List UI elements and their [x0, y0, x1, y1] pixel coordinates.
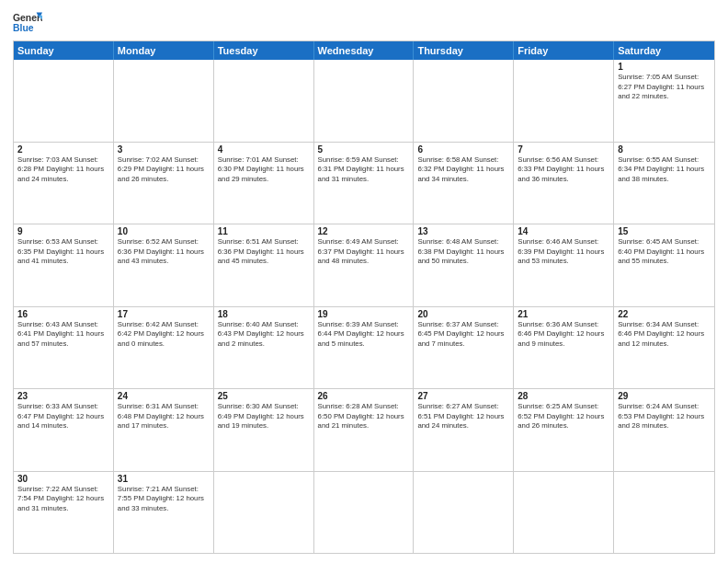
calendar-day-2: 2Sunrise: 7:03 AM Sunset: 6:28 PM Daylig… — [14, 143, 114, 224]
day-number: 22 — [618, 309, 711, 319]
calendar-day-11: 11Sunrise: 6:51 AM Sunset: 6:36 PM Dayli… — [214, 224, 314, 306]
day-info: Sunrise: 6:39 AM Sunset: 6:44 PM Dayligh… — [318, 320, 410, 350]
day-number: 7 — [518, 144, 609, 155]
calendar-week-2: 2Sunrise: 7:03 AM Sunset: 6:28 PM Daylig… — [14, 142, 714, 224]
day-number: 27 — [417, 391, 509, 401]
day-number: 15 — [618, 226, 711, 236]
svg-text:Blue: Blue — [13, 23, 34, 33]
day-number: 21 — [518, 309, 609, 319]
calendar-empty-cell — [414, 60, 514, 142]
calendar-day-5: 5Sunrise: 6:59 AM Sunset: 6:31 PM Daylig… — [314, 143, 415, 224]
day-info: Sunrise: 7:05 AM Sunset: 6:27 PM Dayligh… — [618, 73, 711, 102]
calendar-week-1: 1Sunrise: 7:05 AM Sunset: 6:27 PM Daylig… — [14, 60, 714, 142]
day-header-friday: Friday — [514, 41, 614, 60]
day-number: 1 — [618, 62, 711, 72]
calendar-empty-cell — [314, 60, 415, 142]
day-number: 25 — [218, 391, 310, 401]
calendar-header: SundayMondayTuesdayWednesdayThursdayFrid… — [14, 41, 714, 60]
day-number: 3 — [118, 144, 210, 155]
day-number: 10 — [118, 226, 210, 236]
calendar: SundayMondayTuesdayWednesdayThursdayFrid… — [13, 40, 715, 554]
header: General Blue — [13, 9, 715, 35]
day-info: Sunrise: 6:34 AM Sunset: 6:46 PM Dayligh… — [618, 320, 711, 350]
logo-icon: General Blue — [13, 9, 42, 35]
day-number: 11 — [218, 226, 310, 236]
day-number: 12 — [318, 226, 410, 236]
day-info: Sunrise: 6:45 AM Sunset: 6:40 PM Dayligh… — [618, 237, 711, 267]
day-info: Sunrise: 7:01 AM Sunset: 6:30 PM Dayligh… — [218, 155, 310, 185]
day-info: Sunrise: 6:56 AM Sunset: 6:33 PM Dayligh… — [518, 155, 609, 185]
day-info: Sunrise: 7:21 AM Sunset: 7:55 PM Dayligh… — [118, 485, 210, 514]
calendar-day-23: 23Sunrise: 6:33 AM Sunset: 6:47 PM Dayli… — [14, 389, 114, 471]
calendar-day-14: 14Sunrise: 6:46 AM Sunset: 6:39 PM Dayli… — [514, 224, 614, 306]
calendar-day-3: 3Sunrise: 7:02 AM Sunset: 6:29 PM Daylig… — [114, 143, 214, 224]
day-number: 9 — [17, 226, 109, 236]
day-number: 2 — [17, 144, 109, 155]
calendar-week-6: 30Sunrise: 7:22 AM Sunset: 7:54 PM Dayli… — [14, 471, 714, 554]
calendar-week-5: 23Sunrise: 6:33 AM Sunset: 6:47 PM Dayli… — [14, 388, 714, 471]
calendar-day-19: 19Sunrise: 6:39 AM Sunset: 6:44 PM Dayli… — [314, 307, 415, 389]
calendar-day-8: 8Sunrise: 6:55 AM Sunset: 6:34 PM Daylig… — [614, 143, 714, 224]
day-info: Sunrise: 6:40 AM Sunset: 6:43 PM Dayligh… — [218, 320, 310, 350]
day-info: Sunrise: 6:33 AM Sunset: 6:47 PM Dayligh… — [17, 402, 109, 431]
calendar-day-7: 7Sunrise: 6:56 AM Sunset: 6:33 PM Daylig… — [514, 143, 614, 224]
day-info: Sunrise: 6:30 AM Sunset: 6:49 PM Dayligh… — [218, 402, 310, 431]
day-header-tuesday: Tuesday — [214, 41, 314, 60]
calendar-day-20: 20Sunrise: 6:37 AM Sunset: 6:45 PM Dayli… — [414, 307, 514, 389]
day-number: 4 — [218, 144, 310, 155]
calendar-day-21: 21Sunrise: 6:36 AM Sunset: 6:46 PM Dayli… — [514, 307, 614, 389]
day-info: Sunrise: 6:43 AM Sunset: 6:41 PM Dayligh… — [17, 320, 109, 350]
calendar-empty-cell — [214, 472, 314, 554]
day-number: 28 — [518, 391, 609, 401]
day-number: 8 — [618, 144, 711, 155]
calendar-day-4: 4Sunrise: 7:01 AM Sunset: 6:30 PM Daylig… — [214, 143, 314, 224]
day-info: Sunrise: 7:22 AM Sunset: 7:54 PM Dayligh… — [17, 485, 109, 514]
day-number: 6 — [417, 144, 509, 155]
day-number: 14 — [518, 226, 609, 236]
day-number: 5 — [318, 144, 410, 155]
day-number: 20 — [417, 309, 509, 319]
calendar-week-3: 9Sunrise: 6:53 AM Sunset: 6:35 PM Daylig… — [14, 224, 714, 306]
calendar-day-27: 27Sunrise: 6:27 AM Sunset: 6:51 PM Dayli… — [414, 389, 514, 471]
day-info: Sunrise: 6:25 AM Sunset: 6:52 PM Dayligh… — [518, 402, 609, 431]
day-info: Sunrise: 6:59 AM Sunset: 6:31 PM Dayligh… — [318, 155, 410, 185]
calendar-week-4: 16Sunrise: 6:43 AM Sunset: 6:41 PM Dayli… — [14, 306, 714, 389]
day-number: 16 — [17, 309, 109, 319]
calendar-day-10: 10Sunrise: 6:52 AM Sunset: 6:36 PM Dayli… — [114, 224, 214, 306]
day-number: 23 — [17, 391, 109, 401]
day-number: 31 — [118, 474, 210, 484]
calendar-empty-cell — [514, 472, 614, 554]
day-info: Sunrise: 6:36 AM Sunset: 6:46 PM Dayligh… — [518, 320, 609, 350]
day-number: 30 — [17, 474, 109, 484]
day-number: 19 — [318, 309, 410, 319]
calendar-day-1: 1Sunrise: 7:05 AM Sunset: 6:27 PM Daylig… — [614, 60, 714, 142]
day-number: 13 — [417, 226, 509, 236]
day-info: Sunrise: 6:49 AM Sunset: 6:37 PM Dayligh… — [318, 237, 410, 267]
day-info: Sunrise: 6:42 AM Sunset: 6:42 PM Dayligh… — [118, 320, 210, 350]
calendar-day-31: 31Sunrise: 7:21 AM Sunset: 7:55 PM Dayli… — [114, 472, 214, 554]
day-info: Sunrise: 6:31 AM Sunset: 6:48 PM Dayligh… — [118, 402, 210, 431]
calendar-empty-cell — [14, 60, 114, 142]
day-number: 18 — [218, 309, 310, 319]
page: General Blue SundayMondayTuesdayWednesda… — [0, 0, 728, 563]
day-header-monday: Monday — [114, 41, 214, 60]
calendar-day-22: 22Sunrise: 6:34 AM Sunset: 6:46 PM Dayli… — [614, 307, 714, 389]
calendar-day-12: 12Sunrise: 6:49 AM Sunset: 6:37 PM Dayli… — [314, 224, 415, 306]
day-info: Sunrise: 6:52 AM Sunset: 6:36 PM Dayligh… — [118, 237, 210, 267]
calendar-empty-cell — [314, 472, 415, 554]
logo: General Blue — [13, 9, 42, 35]
calendar-empty-cell — [214, 60, 314, 142]
calendar-day-13: 13Sunrise: 6:48 AM Sunset: 6:38 PM Dayli… — [414, 224, 514, 306]
day-info: Sunrise: 6:24 AM Sunset: 6:53 PM Dayligh… — [618, 402, 711, 431]
calendar-empty-cell — [514, 60, 614, 142]
day-info: Sunrise: 6:55 AM Sunset: 6:34 PM Dayligh… — [618, 155, 711, 185]
calendar-day-18: 18Sunrise: 6:40 AM Sunset: 6:43 PM Dayli… — [214, 307, 314, 389]
day-header-wednesday: Wednesday — [314, 41, 415, 60]
day-info: Sunrise: 6:51 AM Sunset: 6:36 PM Dayligh… — [218, 237, 310, 267]
day-info: Sunrise: 6:37 AM Sunset: 6:45 PM Dayligh… — [417, 320, 509, 350]
day-header-sunday: Sunday — [14, 41, 114, 60]
day-number: 17 — [118, 309, 210, 319]
day-number: 24 — [118, 391, 210, 401]
day-info: Sunrise: 6:48 AM Sunset: 6:38 PM Dayligh… — [417, 237, 509, 267]
day-info: Sunrise: 7:02 AM Sunset: 6:29 PM Dayligh… — [118, 155, 210, 185]
